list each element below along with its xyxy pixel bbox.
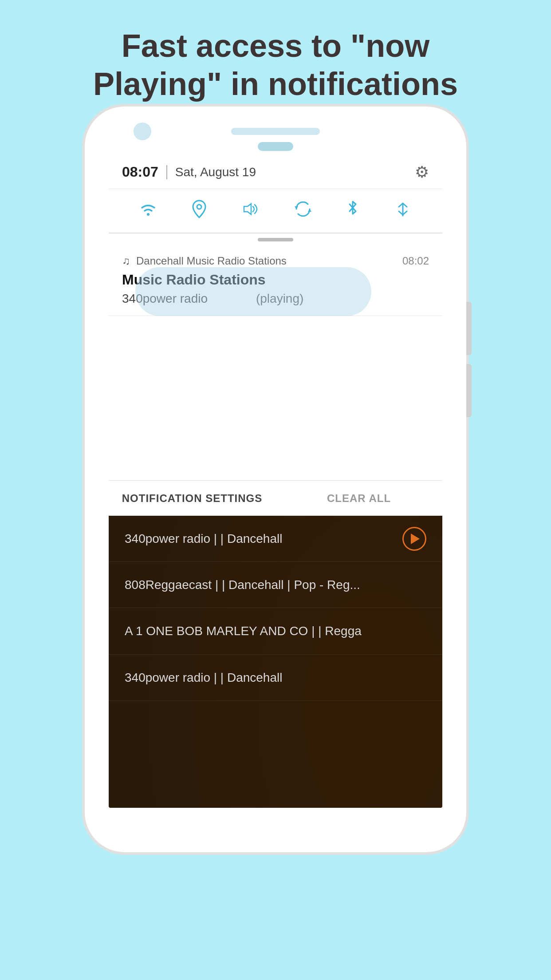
- status-time: 08:07: [122, 164, 158, 180]
- radio-item[interactable]: 340power radio | | Dancehall: [109, 655, 442, 701]
- notif-title: Music Radio Stations: [122, 272, 429, 288]
- quick-settings: [109, 189, 442, 233]
- page-header: Fast access to "now Playing" in notifica…: [0, 0, 551, 121]
- gear-icon[interactable]: ⚙: [415, 163, 429, 182]
- phone-camera: [134, 122, 151, 140]
- svg-point-1: [197, 205, 201, 209]
- sync-icon[interactable]: [294, 200, 312, 222]
- wifi-icon[interactable]: [139, 201, 157, 221]
- notif-top-row: ♫ Dancehall Music Radio Stations 08:02: [122, 255, 429, 267]
- radio-item[interactable]: 808Reggaecast | | Dancehall | Pop - Reg.…: [109, 562, 442, 608]
- play-triangle-icon: [411, 533, 420, 544]
- notif-app-name: Dancehall Music Radio Stations: [136, 255, 402, 267]
- radio-item[interactable]: 340power radio | | Dancehall: [109, 516, 442, 562]
- notif-empty-area: [109, 316, 442, 480]
- location-icon[interactable]: [191, 200, 207, 222]
- status-divider: [166, 165, 167, 179]
- phone-side-btn-1: [466, 302, 472, 355]
- radio-list: 340power radio | | Dancehall 808Reggaeca…: [109, 516, 442, 701]
- notification-settings-button[interactable]: NOTIFICATION SETTINGS: [109, 492, 276, 505]
- status-bar: 08:07 Sat, August 19 ⚙: [109, 155, 442, 189]
- data-transfer-icon[interactable]: [394, 200, 412, 222]
- svg-marker-2: [244, 204, 251, 214]
- notif-actions-bar: NOTIFICATION SETTINGS CLEAR ALL: [109, 480, 442, 516]
- notification-card[interactable]: ♫ Dancehall Music Radio Stations 08:02 M…: [109, 246, 442, 316]
- radio-item-title: 340power radio | | Dancehall: [125, 532, 282, 545]
- phone-screen: 08:07 Sat, August 19 ⚙: [109, 155, 442, 808]
- music-note-icon: ♫: [122, 255, 130, 267]
- radio-item-title: 340power radio | | Dancehall: [125, 671, 282, 684]
- phone-side-btn-2: [466, 364, 472, 417]
- phone-shell: 08:07 Sat, August 19 ⚙: [85, 107, 466, 852]
- app-screen: 340power radio | | Dancehall 808Reggaeca…: [109, 516, 442, 808]
- radio-item-title: A 1 ONE BOB MARLEY AND CO | | Regga: [125, 624, 362, 638]
- bluetooth-icon[interactable]: [346, 200, 359, 222]
- notif-station: 340power radio: [122, 292, 208, 305]
- radio-item[interactable]: A 1 ONE BOB MARLEY AND CO | | Regga: [109, 608, 442, 654]
- notif-playing-status: (playing): [256, 292, 303, 305]
- clear-all-button[interactable]: CLEAR ALL: [276, 492, 442, 505]
- phone-speaker: [231, 128, 320, 135]
- header-line1: Fast access to "now: [122, 28, 429, 63]
- header-line2: Playing" in notifications: [93, 66, 458, 102]
- notif-time: 08:02: [402, 255, 429, 267]
- drag-handle-bar: [258, 238, 293, 241]
- play-button[interactable]: [402, 527, 426, 551]
- drag-handle: [109, 233, 442, 246]
- svg-marker-3: [295, 206, 298, 209]
- radio-item-title: 808Reggaecast | | Dancehall | Pop - Reg.…: [125, 578, 360, 592]
- svg-marker-4: [308, 209, 311, 212]
- volume-icon[interactable]: [241, 201, 260, 221]
- phone-home-button: [258, 142, 293, 151]
- status-date: Sat, August 19: [175, 165, 415, 179]
- svg-point-0: [147, 213, 150, 216]
- notif-subtitle: 340power radio (playing): [122, 292, 429, 306]
